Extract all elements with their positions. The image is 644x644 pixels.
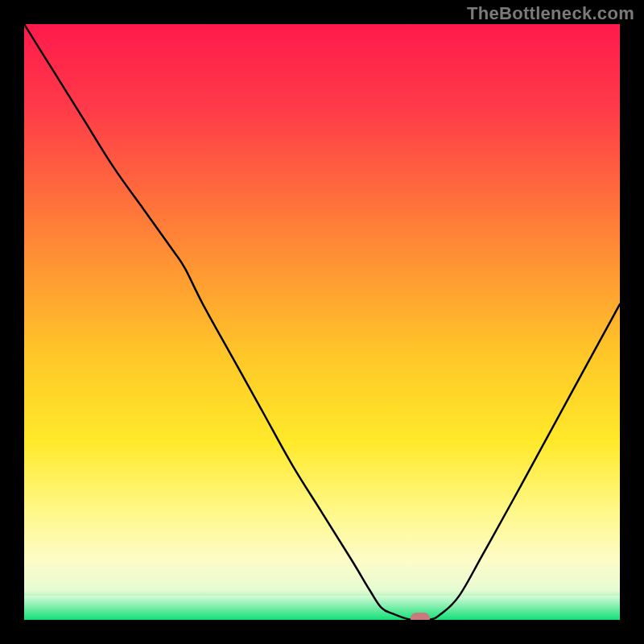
bottleneck-curve [24, 24, 620, 620]
curve-layer [24, 24, 620, 620]
chart-container: TheBottleneck.com [0, 0, 644, 644]
plot-area [24, 24, 620, 620]
optimal-marker [411, 613, 430, 620]
watermark-text: TheBottleneck.com [467, 3, 634, 24]
